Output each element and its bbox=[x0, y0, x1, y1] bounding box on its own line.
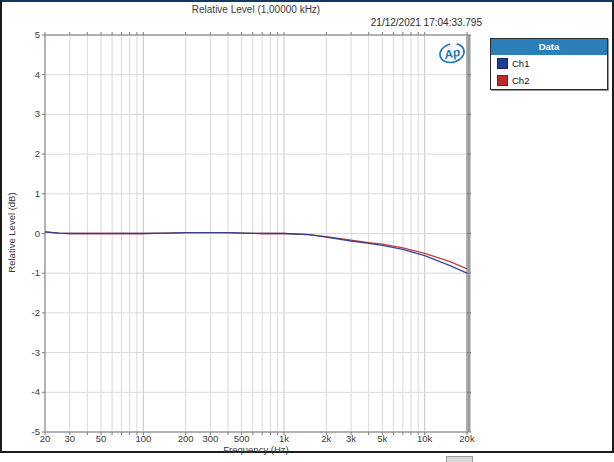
timestamp: 21/12/2021 17:04:33.795 bbox=[45, 17, 482, 28]
ap-logo-icon: Ap bbox=[437, 41, 467, 65]
y-axis-title: Relative Level (dB) bbox=[6, 173, 17, 293]
legend-item-ch1[interactable]: Ch1 bbox=[491, 55, 607, 72]
y-tick-label: 4 bbox=[2, 69, 40, 80]
app-window: Relative Level (1,00000 kHz) 21/12/2021 … bbox=[0, 0, 614, 462]
legend-item-label: Ch2 bbox=[512, 75, 529, 86]
x-tick-label: 20k bbox=[459, 433, 474, 444]
x-tick-label: 2k bbox=[321, 433, 331, 444]
x-tick-label: 20 bbox=[40, 433, 51, 444]
y-tick-label: 5 bbox=[2, 29, 40, 40]
ch1-color-swatch bbox=[497, 58, 508, 69]
ch2-color-swatch bbox=[497, 75, 508, 86]
x-tick-label: 300 bbox=[202, 433, 218, 444]
legend-header: Data bbox=[491, 39, 607, 55]
plot-area bbox=[42, 31, 476, 439]
graph-title: Relative Level (1,00000 kHz) bbox=[45, 4, 467, 15]
x-tick-label: 50 bbox=[96, 433, 107, 444]
series-line-ch2 bbox=[45, 232, 467, 269]
y-tick-label: -5 bbox=[2, 426, 40, 437]
series-lines bbox=[45, 232, 467, 273]
x-axis-title: Frequency (Hz) bbox=[45, 444, 467, 455]
legend-item-label: Ch1 bbox=[512, 58, 529, 69]
x-tick-label: 200 bbox=[178, 433, 194, 444]
x-tick-label: 1k bbox=[279, 433, 289, 444]
y-tick-label: 2 bbox=[2, 148, 40, 159]
x-tick-label: 5k bbox=[377, 433, 387, 444]
scrollbar-grip[interactable] bbox=[446, 456, 473, 462]
x-tick-label: 500 bbox=[234, 433, 250, 444]
x-tick-label: 30 bbox=[64, 433, 75, 444]
series-line-ch1 bbox=[45, 232, 467, 273]
y-tick-label: 3 bbox=[2, 108, 40, 119]
x-tick-label: 100 bbox=[135, 433, 151, 444]
y-tick-label: -2 bbox=[2, 307, 40, 318]
y-tick-label: -4 bbox=[2, 386, 40, 397]
legend-panel: Data Ch1 Ch2 bbox=[490, 38, 608, 90]
y-tick-label: -3 bbox=[2, 347, 40, 358]
x-tick-label: 3k bbox=[346, 433, 356, 444]
legend-item-ch2[interactable]: Ch2 bbox=[491, 72, 607, 89]
graph-panel: Relative Level (1,00000 kHz) 21/12/2021 … bbox=[0, 0, 614, 453]
x-tick-label: 10k bbox=[417, 433, 432, 444]
